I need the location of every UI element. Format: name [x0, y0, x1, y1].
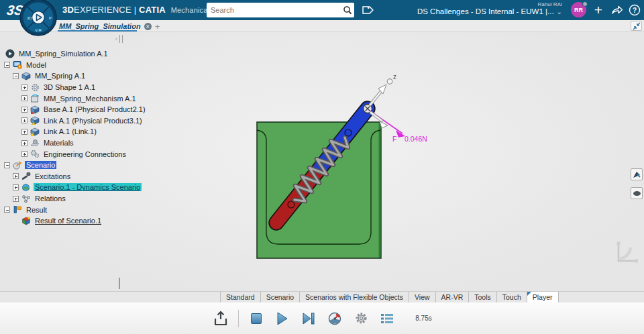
collapse-expander-icon[interactable] [4, 207, 10, 213]
tree-item-dynamics-scenario[interactable]: Scenario.1 - Dynamics Scenario [1, 182, 203, 193]
speed-gauge-icon [327, 311, 342, 326]
help-button[interactable]: ? [627, 1, 643, 19]
results-list-button[interactable] [378, 310, 396, 327]
tab-standard[interactable]: Standard [220, 292, 261, 302]
search-icon[interactable] [341, 3, 354, 17]
play-button[interactable] [274, 310, 291, 327]
tree-item-mechanism[interactable]: MM_Spring_Mechanism A.1 [1, 93, 203, 104]
viewport-marker-button[interactable] [631, 168, 643, 180]
z-axis-arrow: z [370, 73, 396, 105]
mechanism-icon [30, 94, 40, 103]
tree-item-label: MM_Spring A.1 [34, 72, 87, 80]
tree-item-label: Engineering Connections [42, 150, 127, 158]
tree-item-label: Relations [34, 194, 67, 203]
product-cube-yellow-badge-icon [30, 116, 40, 125]
add-content-button[interactable]: + [590, 1, 606, 19]
user-name: Rahul RAI [538, 1, 562, 7]
z-axis-label: z [393, 73, 396, 80]
expand-expander-icon[interactable] [13, 173, 19, 179]
tree-item-label: Result [25, 206, 48, 214]
viewport-shade-button[interactable] [631, 187, 643, 199]
tree-item-materials[interactable]: Materials [1, 137, 203, 149]
green-plate[interactable] [257, 122, 381, 258]
share-icon [611, 4, 623, 16]
tree-item-model[interactable]: Model [1, 60, 203, 71]
document-tab-title[interactable]: MM_Spring_Simulation [59, 22, 141, 30]
collapse-panel-button[interactable] [631, 21, 642, 31]
tab-touch[interactable]: Touch [497, 292, 527, 302]
brand-experience: EXPERIENCE [74, 5, 131, 15]
tree-item-mm-spring[interactable]: MM_Spring A.1 [1, 70, 203, 82]
expand-expander-icon[interactable] [13, 196, 19, 202]
model-tree: MM_Spring_Simulation A.1 Model MM_Spring… [1, 48, 203, 227]
expand-expander-icon[interactable] [21, 117, 28, 123]
close-tab-icon[interactable]: ✕ [144, 23, 152, 30]
expand-expander-icon[interactable] [21, 151, 28, 157]
compass-widget[interactable]: 3D P V.R [19, 0, 57, 36]
player-toolbar: 8.75s [0, 302, 644, 334]
tree-item-excitations[interactable]: Excitations [1, 171, 203, 182]
tree-item-link-physical[interactable]: Link A.1 (Physical Product3.1) [1, 115, 203, 127]
dynamics-scenario-icon [21, 182, 31, 192]
view-axis-triad[interactable] [617, 242, 639, 263]
tree-item-engineering-connections[interactable]: Engineering Connections [1, 148, 203, 160]
player-settings-button[interactable] [352, 310, 370, 327]
list-icon [380, 312, 394, 325]
tab-ar-vr[interactable]: AR-VR [436, 292, 470, 302]
tree-item-scenario[interactable]: Scenario [1, 160, 203, 171]
collapse-expander-icon[interactable] [4, 62, 10, 68]
tag-icon[interactable] [360, 3, 374, 20]
tab-scenarios-flexible-objects[interactable]: Scenarios with Flexible Objects [300, 292, 409, 302]
expand-expander-icon[interactable] [21, 95, 28, 101]
force-value: 0.046N [405, 135, 427, 143]
force-label: F [392, 135, 396, 143]
toolbar-tab-bar: Standard Scenario Scenarios with Flexibl… [0, 291, 644, 302]
panel-splitter-bottom[interactable] [119, 278, 120, 290]
brand-divider: | [134, 5, 137, 15]
export-button[interactable] [212, 310, 229, 327]
tree-item-link[interactable]: Link A.1 (Link.1) [1, 126, 203, 137]
scenario-icon [13, 160, 22, 170]
stop-button[interactable] [248, 310, 265, 327]
tab-view[interactable]: View [409, 292, 436, 302]
expand-expander-icon[interactable] [13, 184, 19, 190]
expand-expander-icon[interactable] [21, 140, 28, 146]
tab-scenario[interactable]: Scenario [261, 292, 300, 302]
splitter-handle[interactable] [119, 35, 123, 43]
tree-item-root[interactable]: MM_Spring_Simulation A.1 [1, 48, 203, 60]
panel-collapse-chevron[interactable]: ‹ [115, 36, 117, 42]
tree-item-label: Link A.1 (Link.1) [42, 127, 98, 135]
tree-item-base[interactable]: Base A.1 (Physical Product2.1) [1, 104, 203, 115]
expand-expander-icon[interactable] [21, 85, 28, 91]
help-icon: ? [633, 7, 637, 14]
tree-item-label: Scenario [25, 161, 56, 169]
tree-item-result[interactable]: Result [1, 204, 203, 215]
excitations-icon [21, 172, 31, 181]
expand-expander-icon[interactable] [21, 107, 28, 113]
playback-speed-button[interactable] [326, 310, 343, 327]
viewport-3d[interactable]: z F 0.046N ‹ [0, 32, 644, 291]
tree-item-relations[interactable]: Relations [1, 193, 203, 205]
tree-item-result-of-scenario[interactable]: Result of Scenario.1 [1, 215, 203, 227]
avatar[interactable]: RR [571, 2, 586, 17]
step-forward-button[interactable] [300, 310, 317, 327]
collapse-expander-icon[interactable] [13, 73, 19, 79]
collapse-expander-icon[interactable] [4, 162, 10, 168]
sphere-icon [633, 190, 641, 197]
share-button[interactable] [609, 1, 625, 19]
tab-tools[interactable]: Tools [469, 292, 497, 302]
tree-item-label: Excitations [34, 172, 72, 180]
new-tab-icon[interactable]: + [155, 21, 160, 32]
tab-player[interactable]: Player [527, 292, 559, 302]
chevron-down-icon: ⌄ [557, 8, 562, 15]
expand-expander-icon[interactable] [21, 129, 28, 135]
search-input[interactable] [207, 6, 341, 14]
splitter-handle[interactable] [119, 278, 120, 289]
tenant-selector[interactable]: DS Challenges - DS Internal - EUW1 |... … [417, 7, 562, 15]
flag-icon [633, 170, 641, 178]
tree-item-3d-shape[interactable]: 3D Shape 1 A.1 [1, 82, 203, 93]
active-tab-underline [58, 30, 137, 32]
panel-splitter[interactable]: ‹ [115, 35, 123, 43]
compass-south-label: V.R [35, 28, 42, 32]
status-dot [582, 1, 588, 7]
